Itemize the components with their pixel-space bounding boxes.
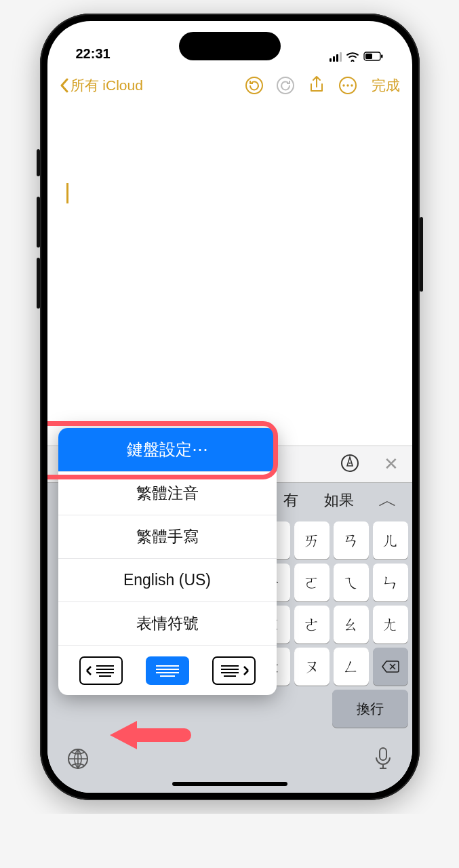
keyboard-bottom-bar [47, 736, 412, 785]
share-icon [308, 75, 325, 96]
suggestion-item[interactable]: 有 [274, 488, 308, 513]
svg-rect-2 [381, 55, 383, 58]
delete-key[interactable] [373, 648, 408, 686]
key[interactable]: ㄤ [373, 606, 408, 644]
globe-icon [66, 747, 89, 770]
suggestion-expand[interactable]: ︿ [370, 488, 405, 513]
keyboard-layout-row [58, 645, 277, 695]
keyboard-option-item[interactable]: English (US) [58, 558, 277, 601]
keyboard-switch-popup: 鍵盤設定⋯ 繁體注音 繁體手寫 English (US) 表情符號 [58, 428, 277, 695]
phone-frame: 22:31 所有 iCloud [40, 14, 420, 800]
done-button[interactable]: 完成 [372, 76, 400, 95]
text-cursor [66, 183, 68, 203]
annotation-arrow [110, 718, 191, 755]
svg-rect-11 [380, 748, 386, 760]
home-indicator [172, 782, 287, 786]
keyboard-layout-left[interactable] [79, 656, 123, 685]
undo-button[interactable] [241, 73, 267, 98]
key[interactable]: ㄡ [294, 648, 330, 686]
back-label: 所有 iCloud [71, 76, 143, 95]
battery-icon [363, 52, 384, 62]
svg-point-7 [346, 84, 348, 86]
share-button[interactable] [304, 73, 330, 98]
return-key[interactable]: 換行 [332, 690, 408, 728]
key[interactable]: ㄦ [373, 521, 408, 559]
chevron-left-icon [60, 78, 69, 93]
backspace-icon [381, 660, 400, 673]
cellular-icon [330, 52, 342, 62]
key[interactable]: ㄛ [294, 564, 330, 601]
silent-switch [37, 149, 40, 176]
redo-icon [275, 75, 296, 96]
svg-point-4 [277, 77, 294, 94]
note-editor[interactable] [47, 105, 412, 224]
key[interactable]: ㄟ [334, 564, 369, 601]
more-button[interactable] [335, 73, 361, 98]
status-time: 22:31 [76, 46, 111, 62]
keyboard-option-item[interactable]: 繁體手寫 [58, 515, 277, 558]
dictation-button[interactable] [373, 747, 393, 774]
screen: 22:31 所有 iCloud [47, 21, 412, 793]
redo-button[interactable] [273, 73, 298, 98]
power-button [420, 217, 423, 292]
status-right [330, 52, 384, 62]
keyboard-layout-full[interactable] [146, 656, 189, 685]
notes-navbar: 所有 iCloud 完成 [47, 66, 412, 105]
dynamic-island [179, 32, 281, 60]
keyboard-layout-right[interactable] [212, 656, 256, 685]
key[interactable]: ㄢ [334, 521, 369, 559]
volume-down-button [37, 258, 40, 309]
close-keyboard-button[interactable]: ✕ [384, 454, 399, 475]
key[interactable]: ㄠ [334, 606, 369, 644]
mic-icon [373, 747, 393, 771]
svg-point-3 [246, 77, 262, 94]
svg-rect-1 [365, 54, 372, 59]
key[interactable]: ㄣ [373, 564, 408, 601]
key[interactable]: ㄥ [334, 648, 369, 686]
marker-icon[interactable] [340, 454, 359, 475]
svg-point-6 [342, 84, 344, 86]
keyboard-option-item[interactable]: 繁體注音 [58, 471, 277, 515]
wifi-icon [346, 52, 359, 62]
back-button[interactable]: 所有 iCloud [60, 76, 143, 95]
undo-icon [244, 75, 264, 96]
volume-up-button [37, 197, 40, 248]
svg-point-8 [351, 84, 353, 86]
key[interactable]: ㄞ [294, 521, 330, 559]
globe-button[interactable] [66, 747, 89, 773]
suggestion-item[interactable]: 如果 [315, 488, 363, 513]
ellipsis-circle-icon [338, 75, 358, 96]
keyboard-settings-item[interactable]: 鍵盤設定⋯ [58, 428, 277, 471]
key[interactable]: ㄜ [294, 606, 330, 644]
keyboard-option-item[interactable]: 表情符號 [58, 601, 277, 645]
